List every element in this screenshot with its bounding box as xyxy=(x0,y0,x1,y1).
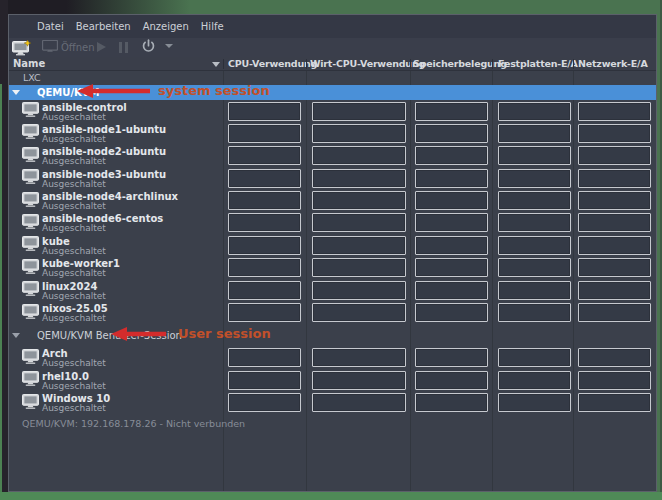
vm-row-linux2024[interactable]: linux2024Ausgeschaltet xyxy=(9,279,656,301)
vm-row-ansible-node1-ubuntu[interactable]: ansible-node1-ubuntuAusgeschaltet xyxy=(9,122,656,144)
vm-row-rhel10-0[interactable]: rhel10.0Ausgeschaltet xyxy=(9,369,656,391)
column-header-name[interactable]: Name xyxy=(13,58,45,69)
column-divider xyxy=(410,59,411,69)
metric-graph-cell xyxy=(578,124,651,143)
column-divider xyxy=(306,59,307,69)
monitor-icon xyxy=(22,281,39,297)
connection-row-disconnected[interactable]: QEMU/KVM: 192.168.178.26 - Nicht verbund… xyxy=(9,414,656,428)
metric-graph-cell xyxy=(312,348,406,367)
metric-graph-cell xyxy=(228,303,301,322)
menu-item-hilfe[interactable]: Hilfe xyxy=(201,21,224,32)
sort-descending-icon[interactable] xyxy=(212,62,220,67)
annotation-user-session: User session xyxy=(178,326,271,341)
monitor-icon xyxy=(22,236,39,252)
metric-graph-cell xyxy=(228,371,301,390)
metric-graph-cell xyxy=(578,371,651,390)
menu-item-anzeigen[interactable]: Anzeigen xyxy=(143,21,189,32)
monitor-icon xyxy=(22,124,39,140)
vm-status: Ausgeschaltet xyxy=(42,268,106,278)
metric-graph-cell xyxy=(312,303,406,322)
vm-status: Ausgeschaltet xyxy=(42,156,106,166)
vm-row-ansible-control[interactable]: ansible-controlAusgeschaltet xyxy=(9,100,656,122)
metric-graph-cell xyxy=(578,348,651,367)
run-button[interactable] xyxy=(97,42,106,52)
metric-graph-cell xyxy=(228,236,301,255)
desktop: DateiBearbeitenAnzeigenHilfe Öffnen xyxy=(0,0,662,500)
vm-status: Ausgeschaltet xyxy=(42,291,106,301)
metric-graph-cell xyxy=(228,348,301,367)
expander-icon[interactable] xyxy=(12,333,20,338)
monitor-icon xyxy=(42,40,58,54)
metric-graph-cell xyxy=(498,191,571,210)
pause-icon xyxy=(119,42,128,53)
metric-graph-cell xyxy=(415,124,488,143)
metric-graph-cell xyxy=(312,146,406,165)
connection-row-lxc[interactable]: LXC xyxy=(9,71,656,85)
connection-label: QEMU/KVM xyxy=(37,87,100,98)
metric-graph-cell xyxy=(228,124,301,143)
metric-graph-cell xyxy=(578,213,651,232)
metric-graph-cell xyxy=(312,393,406,412)
metric-graph-cell xyxy=(498,371,571,390)
vm-row-arch[interactable]: ArchAusgeschaltet xyxy=(9,347,656,369)
metric-graph-cell xyxy=(498,169,571,188)
virt-manager-window: DateiBearbeitenAnzeigenHilfe Öffnen xyxy=(8,14,657,492)
vm-status: Ausgeschaltet xyxy=(42,313,106,323)
connection-row-qemu-user[interactable]: QEMU/KVM Benutzer-Session xyxy=(9,324,656,347)
metric-graph-cell xyxy=(228,191,301,210)
shutdown-button[interactable] xyxy=(141,39,156,58)
metric-graph-cell xyxy=(498,281,571,300)
vm-row-ansible-node6-centos[interactable]: ansible-node6-centosAusgeschaltet xyxy=(9,212,656,234)
monitor-icon xyxy=(22,192,39,208)
open-button-label: Öffnen xyxy=(61,42,95,53)
vm-status: Ausgeschaltet xyxy=(42,246,106,256)
metric-graph-cell xyxy=(498,393,571,412)
vm-row-nixos-25-05[interactable]: nixos-25.05Ausgeschaltet xyxy=(9,302,656,324)
metric-graph-cell xyxy=(312,169,406,188)
vm-row-ansible-node2-ubuntu[interactable]: ansible-node2-ubuntuAusgeschaltet xyxy=(9,145,656,167)
annotation-system-session: system session xyxy=(158,83,270,98)
metric-graph-cell xyxy=(498,102,571,121)
column-header-cpu-verwendung[interactable]: CPU-Verwendung xyxy=(228,58,317,69)
column-divider xyxy=(223,59,224,69)
chevron-down-icon xyxy=(165,44,173,48)
metric-graph-cell xyxy=(578,169,651,188)
vm-status: Ausgeschaltet xyxy=(42,179,106,189)
metric-graph-cell xyxy=(415,236,488,255)
column-header-speicherbelegung[interactable]: Speicherbelegung xyxy=(413,58,507,69)
column-header-netzwerk-e-a[interactable]: Netzwerk-E/A xyxy=(578,58,648,69)
connection-row-qemu-system[interactable]: QEMU/KVM xyxy=(9,85,656,100)
vm-status: Ausgeschaltet xyxy=(42,403,106,413)
vm-row-windows-10[interactable]: Windows 10Ausgeschaltet xyxy=(9,392,656,414)
shutdown-menu-button[interactable] xyxy=(165,44,173,48)
vm-row-kube[interactable]: kubeAusgeschaltet xyxy=(9,234,656,256)
vm-row-kube-worker1[interactable]: kube-worker1Ausgeschaltet xyxy=(9,257,656,279)
monitor-icon xyxy=(22,349,39,365)
vm-status: Ausgeschaltet xyxy=(42,112,106,122)
pause-button[interactable] xyxy=(119,42,128,53)
menu-item-datei[interactable]: Datei xyxy=(37,21,64,32)
list-header: Name CPU-VerwendungWirt-CPU-VerwendungSp… xyxy=(9,57,656,71)
open-button[interactable]: Öffnen xyxy=(42,40,95,54)
vm-row-ansible-node3-ubuntu[interactable]: ansible-node3-ubuntuAusgeschaltet xyxy=(9,167,656,189)
desktop-bottom-edge xyxy=(0,492,662,500)
metric-graph-cell xyxy=(312,236,406,255)
vm-row-ansible-node4-archlinux[interactable]: ansible-node4-archlinuxAusgeschaltet xyxy=(9,190,656,212)
metric-graph-cell xyxy=(578,281,651,300)
desktop-left-edge xyxy=(0,84,2,492)
vm-status: Ausgeschaltet xyxy=(42,223,106,233)
vm-status: Ausgeschaltet xyxy=(42,381,106,391)
metric-graph-cell xyxy=(312,258,406,277)
metric-graph-cell xyxy=(228,258,301,277)
monitor-icon xyxy=(22,259,39,275)
monitor-icon xyxy=(22,102,39,118)
menu-bar: DateiBearbeitenAnzeigenHilfe xyxy=(9,15,656,38)
connection-label: QEMU/KVM Benutzer-Session xyxy=(37,330,182,341)
column-header-festplatten-e-a[interactable]: Festplatten-E/A xyxy=(498,58,578,69)
metric-graph-cell xyxy=(228,213,301,232)
column-header-wirt-cpu-verwendung[interactable]: Wirt-CPU-Verwendung xyxy=(310,58,425,69)
menu-item-bearbeiten[interactable]: Bearbeiten xyxy=(76,21,131,32)
expander-icon[interactable] xyxy=(12,90,20,95)
metric-graph-cell xyxy=(415,303,488,322)
metric-graph-cell xyxy=(312,281,406,300)
